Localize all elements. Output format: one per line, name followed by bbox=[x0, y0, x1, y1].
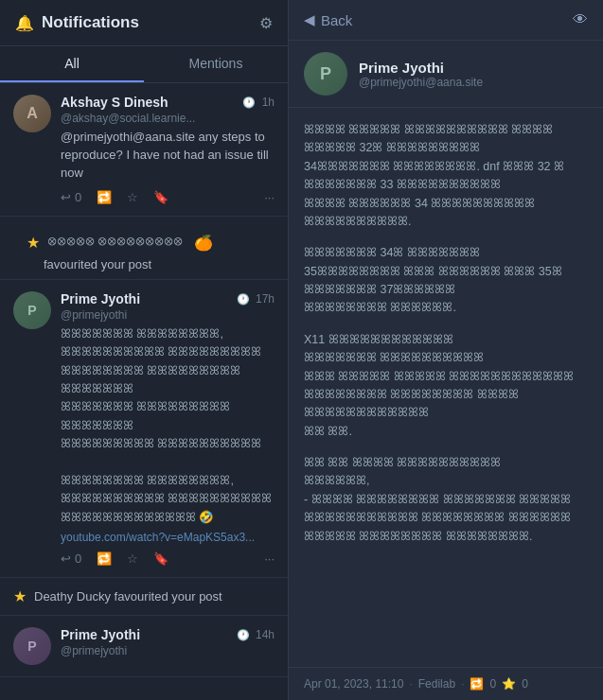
list-item: P Prime Jyothi 🕐 17h @primejyothi ꕤꕤꕤꕤꕤꕤ… bbox=[0, 280, 288, 578]
notif-item-header: A Akshay S Dinesh 🕐 1h @akshay@social.le… bbox=[13, 95, 275, 204]
notif-content: @primejyothi@aana.site any steps to repr… bbox=[61, 129, 275, 183]
boost-count: 0 bbox=[489, 677, 496, 691]
post-body: ꕤꕤꕤꕤ ꕤꕤꕤꕤꕤ ꕤꕤꕤꕤꕤꕤꕤꕤꕤꕤ ꕤꕤꕤꕤ ꕤꕤꕤꕤꕤ 32ꕤ ꕤꕤꕤ… bbox=[289, 108, 603, 667]
favourite-notice-2: ★ Deathy Ducky favourited your post bbox=[13, 587, 275, 605]
notifications-list: A Akshay S Dinesh 🕐 1h @akshay@social.le… bbox=[0, 83, 288, 700]
notif-actions: ↩ 0 🔁 ☆ 🔖 ··· bbox=[61, 551, 275, 566]
back-chevron-icon: ◀ bbox=[304, 11, 315, 28]
notif-meta: Prime Jyothi 🕐 14h @primejyothi bbox=[61, 627, 275, 661]
post-paragraph-3: X11 ꕤꕤꕤꕤꕤꕤꕤꕤꕤꕤꕤꕤ ꕤꕤꕤꕤꕤꕤꕤ ꕤꕤꕤꕤꕤꕤꕤꕤꕤꕤ ꕤꕤꕤ … bbox=[304, 331, 588, 441]
timestamp: 🕐 1h bbox=[242, 96, 275, 109]
favouriter-name: ꕕꕕꕕꕕꕕ ꕕꕕꕕꕕꕕꕕꕕꕕꕕ bbox=[47, 234, 183, 252]
notif-content: ꕤꕤꕤꕤꕤꕤꕤ ꕤꕤꕤꕤꕤꕤꕤꕤ, ꕤꕤꕤꕤꕤꕤꕤꕤꕤꕤ ꕤꕤꕤꕤꕤꕤꕤꕤꕤ ꕤ… bbox=[61, 325, 275, 527]
notif-meta: Akshay S Dinesh 🕐 1h @akshay@social.lear… bbox=[61, 95, 275, 204]
separator-dot-2: · bbox=[461, 677, 464, 691]
boost-button[interactable]: 🔁 bbox=[97, 190, 112, 204]
post-paragraph-2: ꕤꕤꕤꕤꕤꕤꕤ 34ꕤ ꕤꕤꕤꕤꕤꕤꕤ 35ꕤꕤꕤꕤꕤꕤꕤꕤ ꕤꕤꕤ ꕤꕤꕤꕤꕤ… bbox=[304, 244, 588, 318]
profile-name: Prime Jyothi bbox=[359, 60, 483, 76]
bookmark-button[interactable]: 🔖 bbox=[153, 551, 168, 566]
timestamp: 🕐 17h bbox=[237, 292, 275, 306]
post-detail-header: ◀ Back 👁 bbox=[289, 0, 603, 41]
user-row: Akshay S Dinesh 🕐 1h bbox=[61, 95, 275, 110]
notif-item-header: P Prime Jyothi 🕐 17h @primejyothi ꕤꕤꕤꕤꕤꕤ… bbox=[13, 291, 275, 566]
back-button[interactable]: ◀ Back bbox=[304, 11, 352, 28]
username: Prime Jyothi bbox=[61, 627, 140, 642]
tab-mentions[interactable]: Mentions bbox=[144, 46, 288, 82]
post-detail-panel: ◀ Back 👁 P Prime Jyothi @primejyothi@aan… bbox=[289, 0, 603, 700]
avatar: P bbox=[13, 291, 51, 329]
favourite-notice: ★ ꕕꕕꕕꕕꕕ ꕕꕕꕕꕕꕕꕕꕕꕕꕕ 🍊 bbox=[13, 224, 275, 257]
favorite-button[interactable]: ☆ bbox=[127, 551, 138, 566]
tabs-row: All Mentions bbox=[0, 46, 288, 83]
post-paragraph-1: ꕤꕤꕤꕤ ꕤꕤꕤꕤꕤ ꕤꕤꕤꕤꕤꕤꕤꕤꕤꕤ ꕤꕤꕤꕤ ꕤꕤꕤꕤꕤ 32ꕤ ꕤꕤꕤ… bbox=[304, 121, 588, 231]
notif-meta: Prime Jyothi 🕐 17h @primejyothi ꕤꕤꕤꕤꕤꕤꕤ … bbox=[61, 291, 275, 566]
bookmark-button[interactable]: 🔖 bbox=[153, 190, 168, 204]
separator-dot-1: · bbox=[409, 677, 412, 691]
list-item: ★ ꕕꕕꕕꕕꕕ ꕕꕕꕕꕕꕕꕕꕕꕕꕕ 🍊 favourited your post bbox=[0, 217, 288, 280]
boost-button[interactable]: 🔁 bbox=[97, 551, 112, 566]
notifications-header: 🔔 Notifications ⚙ bbox=[0, 0, 288, 46]
profile-info: Prime Jyothi @primejyothi@aana.site bbox=[359, 60, 483, 89]
user-handle: @akshay@social.learnie... bbox=[61, 112, 275, 125]
notifications-panel: 🔔 Notifications ⚙ All Mentions A Akshay … bbox=[0, 0, 289, 700]
avatar: P bbox=[13, 627, 51, 665]
post-paragraph-4: ꕤꕤ ꕤꕤ ꕤꕤꕤꕤ ꕤꕤꕤꕤꕤꕤꕤꕤꕤꕤ ꕤꕤꕤꕤꕤꕤ, - ꕤꕤꕤꕤ ꕤꕤꕤ… bbox=[304, 454, 588, 546]
tab-all[interactable]: All bbox=[0, 46, 144, 82]
post-link[interactable]: youtube.com/watch?v=eMapKS5ax3... bbox=[61, 531, 275, 544]
reply-button[interactable]: ↩ 0 bbox=[61, 551, 81, 566]
filter-icon[interactable]: ⚙ bbox=[259, 14, 273, 32]
star-icon: ★ bbox=[27, 234, 40, 252]
profile-handle: @primejyothi@aana.site bbox=[359, 76, 483, 89]
server-label: Fedilab bbox=[418, 677, 455, 691]
favourite-post-label: favourited your post bbox=[13, 257, 275, 271]
star-icon-footer: ⭐ bbox=[502, 677, 516, 691]
notifications-title-group: 🔔 Notifications bbox=[15, 13, 139, 32]
user-handle: @primejyothi bbox=[61, 644, 275, 657]
favourite-emoji: 🍊 bbox=[194, 234, 213, 252]
post-date: Apr 01, 2023, 11:10 bbox=[304, 677, 403, 691]
avatar: A bbox=[13, 95, 51, 132]
notif-actions: ↩ 0 🔁 ☆ 🔖 ··· bbox=[61, 190, 275, 204]
post-author-profile: P Prime Jyothi @primejyothi@aana.site bbox=[289, 41, 603, 108]
list-item: ★ Deathy Ducky favourited your post bbox=[0, 578, 288, 616]
star-count: 0 bbox=[522, 677, 528, 691]
reply-button[interactable]: ↩ 0 bbox=[61, 190, 81, 204]
list-item: P Prime Jyothi 🕐 14h @primejyothi bbox=[0, 616, 288, 677]
favorite-button[interactable]: ☆ bbox=[127, 190, 138, 204]
back-label: Back bbox=[321, 12, 352, 28]
username: Prime Jyothi bbox=[61, 291, 140, 306]
bell-icon: 🔔 bbox=[15, 14, 34, 32]
user-handle: @primejyothi bbox=[61, 308, 275, 322]
avatar: P bbox=[304, 52, 347, 96]
notifications-title: Notifications bbox=[42, 13, 139, 32]
list-item: A Akshay S Dinesh 🕐 1h @akshay@social.le… bbox=[0, 83, 288, 217]
more-button[interactable]: ··· bbox=[264, 551, 275, 566]
eye-icon[interactable]: 👁 bbox=[573, 11, 588, 28]
boost-icon: 🔁 bbox=[470, 677, 484, 691]
notif-item-header: P Prime Jyothi 🕐 14h @primejyothi bbox=[13, 627, 275, 665]
favourite-text: Deathy Ducky favourited your post bbox=[34, 589, 222, 604]
timestamp: 🕐 14h bbox=[237, 628, 275, 641]
user-row: Prime Jyothi 🕐 14h bbox=[61, 627, 275, 642]
star-icon: ★ bbox=[13, 587, 27, 605]
username: Akshay S Dinesh bbox=[61, 95, 168, 110]
post-footer: Apr 01, 2023, 11:10 · Fedilab · 🔁 0 ⭐ 0 bbox=[289, 667, 603, 700]
user-row: Prime Jyothi 🕐 17h bbox=[61, 291, 275, 306]
more-button[interactable]: ··· bbox=[264, 190, 275, 204]
